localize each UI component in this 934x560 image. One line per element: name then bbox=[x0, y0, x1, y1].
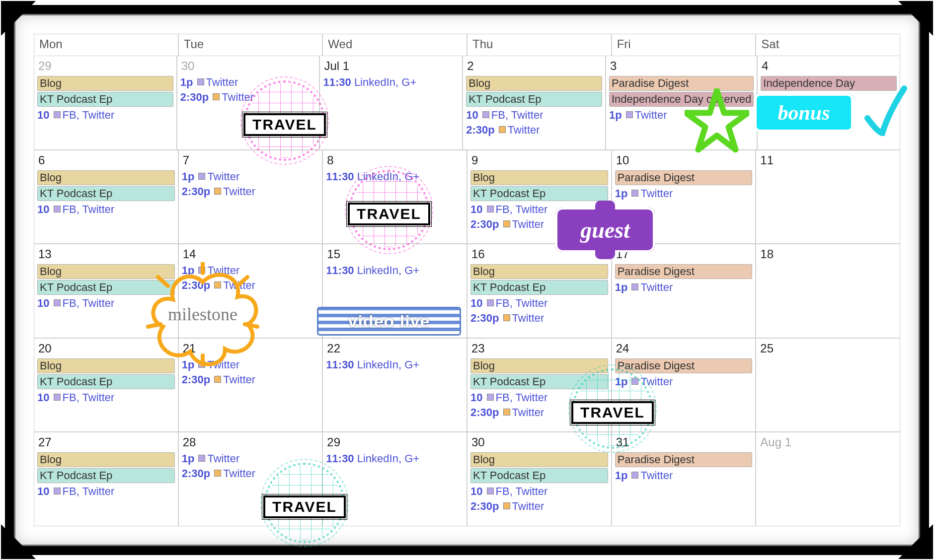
timed-event[interactable]: 2:30p Twitter bbox=[470, 217, 608, 232]
timed-event[interactable]: 1p Twitter bbox=[615, 468, 753, 483]
timed-event[interactable]: 11:30 LinkedIn, G+ bbox=[326, 263, 464, 278]
timed-event[interactable]: 1p Twitter bbox=[609, 108, 754, 123]
all-day-event[interactable]: KT Podcast Ep bbox=[470, 468, 608, 483]
timed-event[interactable]: 10 FB, Twitter bbox=[470, 202, 608, 217]
calendar-day[interactable]: 11 bbox=[756, 150, 900, 244]
timed-event[interactable]: 10 FB, Twitter bbox=[470, 296, 608, 311]
calendar-day[interactable]: 1511:30 LinkedIn, G+ bbox=[322, 244, 467, 338]
calendar-day[interactable]: 141p Twitter2:30p Twitter bbox=[178, 244, 323, 338]
all-day-event[interactable]: KT Podcast Ep bbox=[470, 186, 608, 201]
timed-event[interactable]: 11:30 LinkedIn, G+ bbox=[326, 169, 464, 184]
all-day-event[interactable]: Blog bbox=[470, 170, 608, 185]
calendar-day[interactable]: 281p Twitter2:30p Twitter bbox=[178, 432, 323, 526]
all-day-event[interactable]: Blog bbox=[470, 358, 608, 373]
all-day-event[interactable]: Paradise Digest bbox=[609, 76, 754, 91]
calendar-day[interactable]: 10Paradise Digest1p Twitter bbox=[612, 150, 756, 244]
color-chip-icon bbox=[198, 455, 205, 462]
timed-event[interactable]: 2:30p Twitter bbox=[470, 405, 608, 420]
all-day-event[interactable]: Independence Day observed bbox=[609, 92, 754, 107]
timed-event[interactable]: 2:30p Twitter bbox=[466, 123, 602, 138]
timed-event[interactable]: 2:30p Twitter bbox=[182, 372, 319, 387]
timed-event[interactable]: 11:30 LinkedIn, G+ bbox=[326, 357, 464, 372]
timed-event[interactable]: 2:30p Twitter bbox=[470, 311, 608, 326]
calendar-day[interactable]: 9BlogKT Podcast Ep10 FB, Twitter2:30p Tw… bbox=[467, 150, 612, 244]
calendar-day[interactable]: 24Paradise Digest1p Twitter bbox=[612, 338, 756, 432]
all-day-event[interactable]: KT Podcast Ep bbox=[37, 280, 175, 295]
calendar-day[interactable]: 2BlogKT Podcast Ep10 FB, Twitter2:30p Tw… bbox=[463, 56, 606, 150]
all-day-event[interactable]: Paradise Digest bbox=[615, 452, 753, 467]
timed-event[interactable]: 1p Twitter bbox=[182, 263, 319, 278]
timed-event[interactable]: 10 FB, Twitter bbox=[470, 390, 608, 405]
timed-event[interactable]: 1p Twitter bbox=[615, 280, 753, 295]
all-day-event[interactable]: Paradise Digest bbox=[615, 170, 753, 185]
all-day-event[interactable]: Blog bbox=[37, 264, 175, 279]
calendar-day[interactable]: 2211:30 LinkedIn, G+ bbox=[322, 338, 467, 432]
calendar-day[interactable]: 17Paradise Digest1p Twitter bbox=[612, 244, 756, 338]
day-number: 13 bbox=[37, 246, 175, 263]
calendar-frame: MonTueWedThuFriSat 29BlogKT Podcast Ep10… bbox=[5, 5, 929, 555]
calendar-day[interactable]: Jul 111:30 LinkedIn, G+ bbox=[319, 56, 463, 150]
calendar-day[interactable]: 16BlogKT Podcast Ep10 FB, Twitter2:30p T… bbox=[467, 244, 612, 338]
timed-event[interactable]: 2:30p Twitter bbox=[470, 499, 608, 514]
calendar-day[interactable]: 211p Twitter2:30p Twitter bbox=[178, 338, 323, 432]
timed-event[interactable]: 1p Twitter bbox=[615, 186, 753, 201]
all-day-event[interactable]: Independence Day bbox=[761, 76, 897, 91]
all-day-event[interactable]: Blog bbox=[470, 452, 608, 467]
day-number: 15 bbox=[326, 246, 464, 263]
all-day-event[interactable]: KT Podcast Ep bbox=[470, 374, 608, 389]
all-day-event[interactable]: Blog bbox=[470, 264, 608, 279]
all-day-event[interactable]: Blog bbox=[37, 452, 175, 467]
timed-event[interactable]: 1p Twitter bbox=[615, 374, 753, 389]
day-number: 10 bbox=[615, 152, 753, 169]
calendar-day[interactable]: 71p Twitter2:30p Twitter bbox=[178, 150, 323, 244]
all-day-event[interactable]: KT Podcast Ep bbox=[470, 280, 608, 295]
all-day-event[interactable]: Blog bbox=[466, 76, 602, 91]
timed-event[interactable]: 10 FB, Twitter bbox=[37, 202, 175, 217]
all-day-event[interactable]: Blog bbox=[37, 76, 173, 91]
calendar-day[interactable]: 25 bbox=[756, 338, 900, 432]
calendar-day[interactable]: 20BlogKT Podcast Ep10 FB, Twitter bbox=[34, 338, 178, 432]
calendar-day[interactable]: 23BlogKT Podcast Ep10 FB, Twitter2:30p T… bbox=[467, 338, 612, 432]
timed-event[interactable]: 1p Twitter bbox=[180, 75, 316, 90]
all-day-event[interactable]: KT Podcast Ep bbox=[37, 374, 175, 389]
all-day-event[interactable]: KT Podcast Ep bbox=[37, 186, 175, 201]
timed-event[interactable]: 1p Twitter bbox=[182, 169, 319, 184]
calendar-day[interactable]: 18 bbox=[756, 244, 900, 338]
calendar-day[interactable]: 13BlogKT Podcast Ep10 FB, Twitter bbox=[34, 244, 178, 338]
day-number: 18 bbox=[759, 246, 897, 263]
timed-event[interactable]: 10 FB, Twitter bbox=[37, 296, 175, 311]
timed-event[interactable]: 2:30p Twitter bbox=[182, 466, 319, 481]
calendar-day[interactable]: 30BlogKT Podcast Ep10 FB, Twitter2:30p T… bbox=[467, 432, 612, 526]
calendar-day[interactable]: 2911:30 LinkedIn, G+ bbox=[322, 432, 467, 526]
calendar-day[interactable]: 27BlogKT Podcast Ep10 FB, Twitter bbox=[34, 432, 178, 526]
calendar-day[interactable]: 6BlogKT Podcast Ep10 FB, Twitter bbox=[34, 150, 178, 244]
timed-event[interactable]: 2:30p Twitter bbox=[182, 278, 319, 293]
all-day-event[interactable]: Paradise Digest bbox=[615, 264, 753, 279]
all-day-event[interactable]: Paradise Digest bbox=[615, 358, 753, 373]
all-day-event[interactable]: KT Podcast Ep bbox=[37, 92, 173, 107]
all-day-event[interactable]: KT Podcast Ep bbox=[466, 92, 602, 107]
calendar-day[interactable]: 4Independence Day bbox=[757, 56, 900, 150]
calendar-day[interactable]: 3Paradise DigestIndependence Day observe… bbox=[606, 56, 757, 150]
timed-event[interactable]: 2:30p Twitter bbox=[180, 90, 316, 105]
timed-event[interactable]: 10 FB, Twitter bbox=[470, 484, 608, 499]
calendar-day[interactable]: 31Paradise Digest1p Twitter bbox=[612, 432, 756, 526]
calendar-day[interactable]: 811:30 LinkedIn, G+ bbox=[322, 150, 467, 244]
all-day-event[interactable]: Blog bbox=[37, 358, 175, 373]
timed-event[interactable]: 11:30 LinkedIn, G+ bbox=[326, 451, 464, 466]
calendar-day[interactable]: 301p Twitter2:30p Twitter bbox=[177, 56, 320, 150]
calendar-day[interactable]: Aug 1 bbox=[756, 432, 900, 526]
timed-event[interactable]: 10 FB, Twitter bbox=[37, 108, 173, 123]
color-chip-icon bbox=[626, 111, 633, 118]
timed-event[interactable]: 10 FB, Twitter bbox=[37, 484, 175, 499]
timed-event[interactable]: 2:30p Twitter bbox=[182, 184, 319, 199]
timed-event[interactable]: 1p Twitter bbox=[182, 357, 319, 372]
timed-event[interactable]: 1p Twitter bbox=[182, 451, 319, 466]
all-day-event[interactable]: Blog bbox=[37, 170, 175, 185]
calendar-day[interactable]: 29BlogKT Podcast Ep10 FB, Twitter bbox=[34, 56, 177, 150]
timed-event[interactable]: 10 FB, Twitter bbox=[37, 390, 175, 405]
timed-event[interactable]: 11:30 LinkedIn, G+ bbox=[323, 75, 459, 90]
calendar-week: 13BlogKT Podcast Ep10 FB, Twitter141p Tw… bbox=[34, 244, 900, 338]
all-day-event[interactable]: KT Podcast Ep bbox=[37, 468, 175, 483]
timed-event[interactable]: 10 FB, Twitter bbox=[466, 108, 602, 123]
